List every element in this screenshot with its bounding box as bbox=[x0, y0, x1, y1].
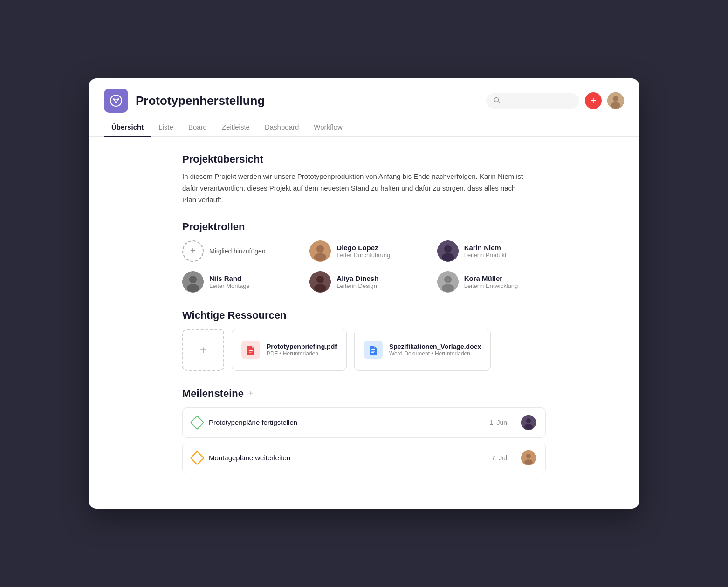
svg-rect-29 bbox=[249, 352, 252, 353]
add-member-button[interactable]: + bbox=[182, 240, 204, 262]
role-name: Kora Müller bbox=[464, 274, 518, 282]
svg-line-6 bbox=[116, 99, 118, 102]
add-resource-button[interactable]: + bbox=[182, 329, 224, 371]
role-info: Kora Müller Leiterin Entwicklung bbox=[464, 274, 518, 289]
avatar bbox=[437, 271, 459, 293]
user-avatar bbox=[607, 92, 624, 109]
milestones-section: Meilensteine + Prototypenpläne fertigste… bbox=[182, 388, 546, 473]
role-title: Leiter Montage bbox=[209, 282, 250, 289]
svg-rect-28 bbox=[249, 350, 253, 351]
resource-info: Prototypenbriefing.pdf PDF • Herunterlad… bbox=[267, 343, 337, 357]
svg-rect-31 bbox=[371, 349, 375, 350]
role-info: Nils Rand Leiter Montage bbox=[209, 274, 250, 289]
svg-point-25 bbox=[444, 276, 452, 283]
overview-description: In diesem Projekt werden wir unsere Prot… bbox=[182, 171, 527, 205]
svg-point-20 bbox=[187, 284, 199, 292]
user-avatar-button[interactable] bbox=[607, 92, 624, 109]
role-name: Diego Lopez bbox=[337, 244, 390, 252]
list-item: Montagepläne weiterleiten 7. Jul. bbox=[182, 443, 546, 473]
roles-section: Projektrollen + Mitglied hinzufügen bbox=[182, 221, 546, 293]
milestone-avatar bbox=[521, 415, 536, 430]
add-button[interactable]: + bbox=[585, 92, 602, 109]
list-item: Prototypenpläne fertigstellen 1. Jun. bbox=[182, 407, 546, 438]
avatar bbox=[309, 240, 331, 262]
resource-meta: Word-Dokument • Herunterladen bbox=[389, 350, 481, 357]
search-input[interactable] bbox=[504, 97, 572, 104]
header: Prototypenherstellung + bbox=[89, 78, 639, 113]
role-name: Nils Rand bbox=[209, 274, 250, 282]
svg-point-11 bbox=[611, 102, 620, 109]
tab-workflow[interactable]: Workflow bbox=[306, 118, 350, 137]
tab-list[interactable]: Liste bbox=[151, 118, 181, 137]
list-item[interactable]: Spezifikationen_Vorlage.docx Word-Dokume… bbox=[354, 329, 491, 371]
milestone-name: Prototypenpläne fertigstellen bbox=[209, 418, 483, 426]
avatar bbox=[309, 271, 331, 293]
tab-board[interactable]: Board bbox=[181, 118, 214, 137]
resource-name: Spezifikationen_Vorlage.docx bbox=[389, 343, 481, 350]
role-info: Karin Niem Leiterin Produkt bbox=[464, 244, 507, 259]
overview-section: Projektübersicht In diesem Projekt werde… bbox=[182, 153, 546, 205]
role-name: Karin Niem bbox=[464, 244, 507, 252]
svg-point-0 bbox=[110, 95, 122, 106]
role-name: Aliya Dinesh bbox=[337, 274, 378, 282]
svg-point-22 bbox=[316, 276, 324, 283]
list-item: Aliya Dinesh Leiterin Design bbox=[309, 271, 418, 293]
add-milestone-button[interactable]: + bbox=[248, 389, 254, 398]
role-title: Leiter Durchführung bbox=[337, 252, 390, 259]
role-title: Leiterin Produkt bbox=[464, 252, 507, 259]
add-member-info: Mitglied hinzufügen bbox=[209, 247, 266, 255]
svg-point-35 bbox=[526, 418, 531, 423]
milestone-diamond-icon bbox=[190, 415, 204, 430]
svg-line-5 bbox=[114, 99, 116, 102]
milestones-title-row: Meilensteine + bbox=[182, 388, 546, 400]
tab-timeline[interactable]: Zeitleiste bbox=[214, 118, 257, 137]
list-item: Karin Niem Leiterin Produkt bbox=[437, 240, 546, 262]
search-bar[interactable] bbox=[486, 93, 579, 109]
list-item[interactable]: Prototypenbriefing.pdf PDF • Herunterlad… bbox=[232, 329, 347, 371]
tab-overview[interactable]: Übersicht bbox=[104, 118, 151, 137]
svg-rect-32 bbox=[371, 351, 375, 352]
milestone-diamond-icon bbox=[190, 450, 204, 465]
svg-point-14 bbox=[314, 253, 326, 261]
role-info: Diego Lopez Leiter Durchführung bbox=[337, 244, 390, 259]
svg-point-13 bbox=[316, 245, 324, 253]
svg-point-10 bbox=[613, 96, 618, 102]
tab-dashboard[interactable]: Dashboard bbox=[257, 118, 306, 137]
list-item: Nils Rand Leiter Montage bbox=[182, 271, 291, 293]
header-right: + bbox=[486, 92, 624, 109]
resource-meta: PDF • Herunterladen bbox=[267, 350, 337, 357]
resources-title: Wichtige Ressourcen bbox=[182, 309, 546, 321]
milestones-title: Meilensteine bbox=[182, 388, 244, 400]
list-item: Diego Lopez Leiter Durchführung bbox=[309, 240, 418, 262]
milestone-date: 7. Jul. bbox=[492, 454, 509, 462]
svg-point-17 bbox=[442, 253, 454, 261]
role-title: Leiterin Entwicklung bbox=[464, 282, 518, 289]
pdf-icon bbox=[241, 341, 260, 359]
svg-line-8 bbox=[498, 101, 500, 103]
resources-grid: + Prototypenbriefing.pdf bbox=[182, 329, 546, 371]
project-title: Prototypenherstellung bbox=[136, 94, 479, 108]
list-item: Kora Müller Leiterin Entwicklung bbox=[437, 271, 546, 293]
milestone-name: Montagepläne weiterleiten bbox=[209, 454, 485, 462]
milestone-avatar bbox=[521, 450, 536, 465]
role-title: Leiterin Design bbox=[337, 282, 378, 289]
main-window: Prototypenherstellung + bbox=[89, 78, 639, 508]
svg-point-39 bbox=[524, 459, 533, 465]
role-info: Aliya Dinesh Leiterin Design bbox=[337, 274, 378, 289]
svg-point-23 bbox=[314, 284, 326, 292]
svg-point-36 bbox=[524, 424, 533, 430]
svg-point-38 bbox=[526, 454, 531, 458]
milestone-date: 1. Jun. bbox=[489, 419, 509, 426]
svg-point-16 bbox=[444, 245, 452, 253]
resource-info: Spezifikationen_Vorlage.docx Word-Dokume… bbox=[389, 343, 481, 357]
svg-rect-33 bbox=[371, 352, 374, 353]
search-icon bbox=[494, 97, 500, 105]
nav-tabs: Übersicht Liste Board Zeitleiste Dashboa… bbox=[89, 118, 639, 137]
app-icon bbox=[104, 89, 128, 113]
add-member-item: + Mitglied hinzufügen bbox=[182, 240, 291, 262]
roles-grid: + Mitglied hinzufügen bbox=[182, 240, 546, 293]
main-content: Projektübersicht In diesem Projekt werde… bbox=[89, 137, 639, 508]
roles-title: Projektrollen bbox=[182, 221, 546, 233]
doc-icon bbox=[364, 341, 383, 359]
overview-title: Projektübersicht bbox=[182, 153, 546, 165]
